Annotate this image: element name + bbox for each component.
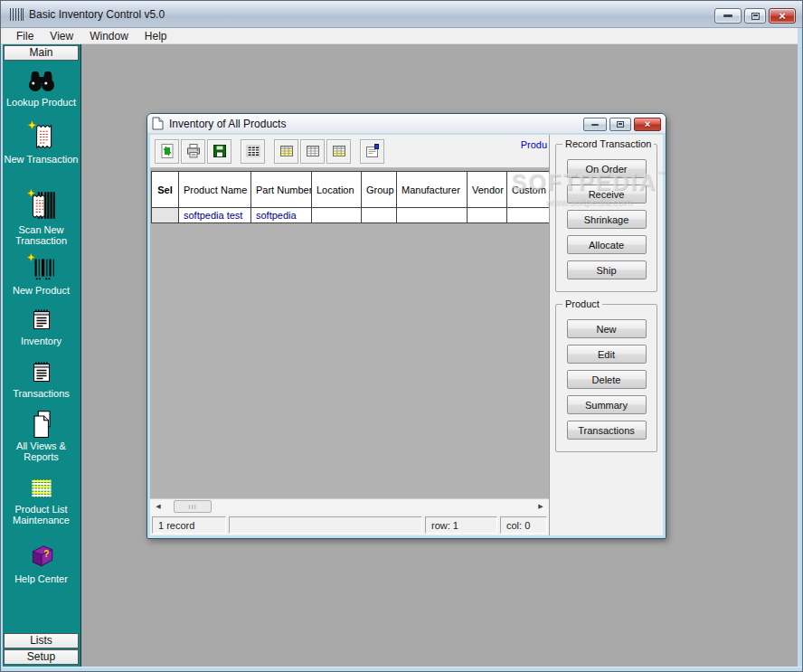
- column-header-part-number[interactable]: Part Number: [251, 171, 312, 208]
- save-button[interactable]: [207, 139, 231, 164]
- scrollbar-thumb[interactable]: III: [174, 500, 212, 513]
- cell-group[interactable]: [362, 208, 397, 223]
- sidebar-item-label: New Product: [13, 285, 70, 296]
- column-header-sel[interactable]: Sel: [151, 171, 179, 208]
- shrinkage-button[interactable]: Shrinkage: [567, 210, 647, 229]
- cell-product-name[interactable]: softpedia test: [179, 208, 251, 223]
- group-title: Product: [562, 298, 602, 309]
- cell-part-number[interactable]: softpedia: [251, 208, 312, 223]
- refresh-button[interactable]: [155, 139, 179, 164]
- menu-help[interactable]: Help: [137, 29, 175, 43]
- receipt-scan-icon: [26, 188, 57, 222]
- cell-location[interactable]: [312, 208, 362, 223]
- column-header-manufacturer[interactable]: Manufacturer: [397, 171, 468, 208]
- edit-product-button[interactable]: Edit: [567, 345, 647, 364]
- cell-sel[interactable]: [151, 208, 179, 223]
- sidebar-item-label: Transactions: [13, 388, 70, 399]
- sidebar-item-label: All Views & Reports: [3, 440, 80, 462]
- binoculars-icon: [26, 66, 57, 95]
- form-properties-button[interactable]: [360, 139, 384, 164]
- menu-file[interactable]: File: [8, 29, 42, 43]
- print-button[interactable]: [181, 139, 205, 164]
- scroll-left-arrow-icon[interactable]: ◀: [151, 500, 165, 513]
- maximize-button[interactable]: [744, 8, 766, 24]
- help-book-icon: ?: [25, 541, 58, 572]
- grid-zone: Sel Product Name Part Number Location Gr…: [150, 168, 549, 498]
- grid-view-plain-button[interactable]: [300, 139, 325, 164]
- sidebar-item-label: Inventory: [21, 336, 61, 346]
- new-product-button[interactable]: New: [567, 319, 647, 338]
- notepad-icon: [27, 357, 56, 386]
- child-maximize-button[interactable]: [609, 118, 631, 131]
- column-header-group[interactable]: Group: [362, 171, 397, 208]
- cell-manufacturer[interactable]: [397, 208, 468, 223]
- menu-window[interactable]: Window: [81, 29, 137, 43]
- sidebar-item-label: New Transaction: [5, 154, 79, 165]
- transactions-button[interactable]: Transactions: [567, 421, 647, 440]
- svg-text:?: ?: [43, 549, 49, 559]
- sidebar-item-label: Help Center: [14, 573, 68, 584]
- maximize-icon: [617, 121, 624, 128]
- minimize-button[interactable]: [714, 8, 742, 24]
- on-order-button[interactable]: On Order: [567, 159, 647, 178]
- column-header-vendor[interactable]: Vendor: [468, 171, 507, 208]
- grid-header-row: Sel Product Name Part Number Location Gr…: [151, 171, 549, 208]
- close-button[interactable]: ×: [769, 8, 796, 24]
- sidebar-item-scan-new-transaction[interactable]: Scan New Transaction: [3, 188, 80, 246]
- print-icon: [185, 143, 202, 159]
- grid-view-partial-button[interactable]: [326, 139, 351, 164]
- sidebar-item-help-center[interactable]: ? Help Center: [3, 541, 80, 584]
- sidebar-item-label: Lookup Product: [6, 97, 76, 108]
- status-row-indicator: row: 1: [425, 516, 497, 534]
- sidebar-item-label: Product List Maintenance: [3, 504, 80, 525]
- toolbar-products-label: Produ: [521, 139, 547, 150]
- table-row[interactable]: softpedia test softpedia: [151, 208, 549, 223]
- menu-view[interactable]: View: [42, 29, 81, 43]
- sidebar-item-transactions[interactable]: Transactions: [3, 357, 80, 399]
- allocate-button[interactable]: Allocate: [567, 235, 647, 254]
- application-window: Basic Inventory Control v5.0 × File View…: [0, 0, 803, 672]
- toolbar: Produ: [150, 135, 549, 168]
- details-view-button[interactable]: [241, 139, 265, 164]
- status-message-panel: [229, 516, 422, 534]
- grid-plain-icon: [305, 143, 321, 159]
- grid-view-highlight-button[interactable]: [274, 139, 298, 164]
- column-header-product-name[interactable]: Product Name: [179, 171, 251, 208]
- title-bar: Basic Inventory Control v5.0 ×: [1, 1, 802, 28]
- save-icon: [212, 143, 228, 159]
- maximize-icon: [751, 13, 760, 20]
- record-transaction-group: Record Transaction On Order Receive Shri…: [555, 144, 657, 292]
- scroll-right-arrow-icon[interactable]: ▶: [534, 500, 548, 513]
- minimize-icon: [591, 124, 599, 126]
- sidebar-tab-lists[interactable]: Lists: [4, 633, 79, 648]
- sidebar-item-label: Scan New Transaction: [3, 224, 80, 246]
- sidebar-item-product-list-maintenance[interactable]: Product List Maintenance: [3, 477, 80, 525]
- window-border-bottom: [1, 667, 802, 671]
- horizontal-scrollbar[interactable]: ◀ III ▶: [150, 498, 549, 514]
- status-bar: 1 record row: 1 col: 0: [150, 514, 549, 535]
- column-header-custom[interactable]: Custom: [507, 171, 549, 208]
- ship-button[interactable]: Ship: [567, 260, 647, 279]
- barcode-app-icon: [10, 8, 24, 21]
- sidebar-tab-setup[interactable]: Setup: [4, 649, 79, 665]
- sidebar-tab-main[interactable]: Main: [4, 45, 79, 61]
- sidebar-item-new-transaction[interactable]: New Transaction: [3, 119, 80, 165]
- child-minimize-button[interactable]: [583, 118, 607, 131]
- column-header-location[interactable]: Location: [312, 171, 362, 208]
- sidebar-item-new-product[interactable]: New Product: [3, 252, 80, 296]
- sidebar-item-inventory[interactable]: Inventory: [3, 305, 80, 346]
- minimize-icon: [723, 14, 732, 17]
- cell-vendor[interactable]: [468, 208, 507, 223]
- striped-list-icon: [26, 477, 57, 502]
- delete-product-button[interactable]: Delete: [567, 370, 647, 389]
- product-group: Product New Edit Delete Summary Transact…: [555, 304, 657, 452]
- sidebar-item-all-views-reports[interactable]: All Views & Reports: [3, 408, 80, 462]
- sidebar-item-lookup-product[interactable]: Lookup Product: [3, 66, 80, 108]
- child-close-button[interactable]: ×: [634, 118, 661, 131]
- grid-work-area: Produ Sel Product Name Part Number Locat…: [150, 135, 549, 535]
- document-icon: [152, 117, 164, 130]
- summary-button[interactable]: Summary: [567, 395, 647, 414]
- receive-button[interactable]: Receive: [567, 185, 647, 203]
- products-grid: Sel Product Name Part Number Location Gr…: [151, 171, 549, 223]
- cell-custom[interactable]: [507, 208, 549, 223]
